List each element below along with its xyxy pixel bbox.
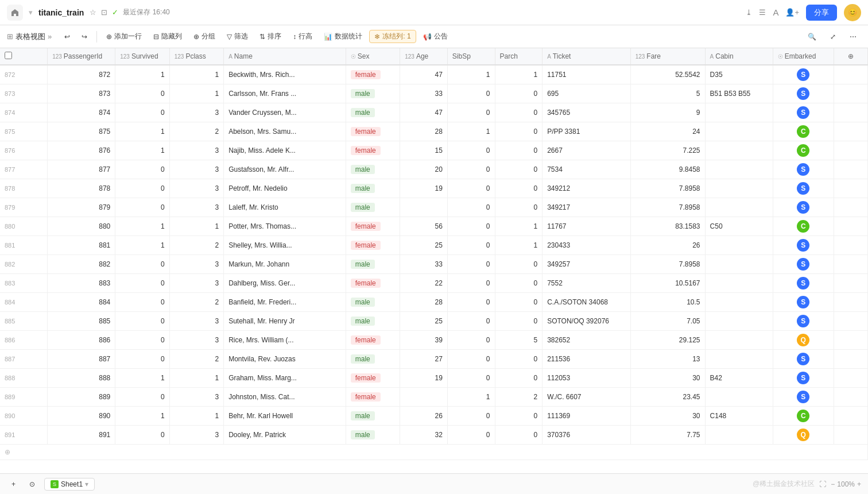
col-header-idx — [0, 48, 48, 65]
search-icon[interactable]: 🔍 — [803, 30, 821, 43]
redo-icon[interactable]: ↪ — [77, 30, 92, 43]
cell-survived: 0 — [115, 255, 169, 274]
table-row: 880 880 1 1 Potter, Mrs. Thomas... femal… — [0, 217, 868, 236]
expand-view-icon[interactable]: ⤢ — [826, 30, 840, 43]
expand-icon[interactable]: » — [48, 32, 52, 41]
group-button[interactable]: ⊕ 分组 — [189, 29, 220, 44]
table-row: 882 882 0 3 Markun, Mr. Johann male 33 0… — [0, 255, 868, 274]
col-header-fare[interactable]: 123Fare — [630, 48, 705, 65]
undo-icon[interactable]: ↩ — [60, 30, 75, 43]
cell-age — [400, 388, 448, 407]
row-index: 880 — [0, 217, 48, 236]
sheet-tab-sheet1[interactable]: S Sheet1 ▾ — [44, 478, 95, 491]
cell-name: Carlsson, Mr. Frans ... — [224, 84, 346, 103]
cell-cabin — [705, 179, 773, 198]
cell-passengerid: 882 — [48, 255, 115, 274]
cell-name: Johnston, Miss. Cat... — [224, 388, 346, 407]
cell-sex: female — [346, 122, 400, 141]
zoom-in-icon[interactable]: + — [857, 480, 861, 488]
table-row: 890 890 1 1 Behr, Mr. Karl Howell male 2… — [0, 407, 868, 426]
table-row: 883 883 0 3 Dahlberg, Miss. Ger... femal… — [0, 274, 868, 293]
cell-add — [834, 103, 867, 122]
cell-parch: 2 — [495, 388, 542, 407]
cell-parch: 0 — [495, 426, 542, 445]
row-index: 886 — [0, 331, 48, 350]
more-icon[interactable]: ⋯ — [845, 30, 861, 43]
cell-sibsp: 1 — [447, 122, 495, 141]
cell-sibsp: 0 — [447, 369, 495, 388]
cell-embarked: S — [773, 255, 834, 274]
cell-ticket: C.A./SOTON 34068 — [542, 293, 631, 312]
cell-embarked: C — [773, 217, 834, 236]
frozen-icon: ❄ — [374, 33, 380, 41]
col-header-name[interactable]: AName — [224, 48, 346, 65]
cell-ticket: 382652 — [542, 331, 631, 350]
frozen-badge[interactable]: ❄ 冻结列: 1 — [369, 30, 416, 43]
avatar[interactable]: 😊 — [844, 4, 861, 21]
row-height-button[interactable]: ↕ 行高 — [288, 29, 317, 44]
cell-pclass: 3 — [169, 179, 223, 198]
cell-ticket: P/PP 3381 — [542, 122, 631, 141]
cell-fare: 9 — [630, 103, 705, 122]
row-index: 876 — [0, 141, 48, 160]
cell-pclass: 3 — [169, 198, 223, 217]
col-header-survived[interactable]: 123Survived — [115, 48, 169, 65]
cell-age: 20 — [400, 160, 448, 179]
table-row: 881 881 1 2 Shelley, Mrs. Willia... fema… — [0, 236, 868, 255]
col-header-parch[interactable]: Parch — [495, 48, 542, 65]
cell-add — [834, 274, 867, 293]
zoom-out-icon[interactable]: − — [831, 480, 835, 488]
cell-sibsp: 0 — [447, 103, 495, 122]
import-icon[interactable]: ⤓ — [746, 8, 752, 17]
menu-icon[interactable]: ☰ — [759, 8, 766, 17]
hide-cols-button[interactable]: ⊟ 隐藏列 — [149, 29, 187, 44]
col-header-cabin[interactable]: ACabin — [705, 48, 773, 65]
cell-sex: female — [346, 331, 400, 350]
cell-name: Potter, Mrs. Thomas... — [224, 217, 346, 236]
add-row-button[interactable]: ⊕ 添加一行 — [102, 29, 146, 44]
fullscreen-icon[interactable]: ⛶ — [819, 480, 826, 488]
add-sheet-button[interactable]: + — [7, 478, 20, 491]
filename-dot: ▾ — [29, 8, 33, 17]
star-icon[interactable]: ☆ — [90, 8, 96, 17]
cell-ticket: 230433 — [542, 236, 631, 255]
cell-pclass: 2 — [169, 236, 223, 255]
cell-pclass: 1 — [169, 369, 223, 388]
col-header-embarked[interactable]: ☉Embarked — [773, 48, 834, 65]
stats-button[interactable]: 📊 数据统计 — [319, 29, 367, 44]
row-index: 889 — [0, 388, 48, 407]
cell-name: Montvila, Rev. Juozas — [224, 350, 346, 369]
filter-button[interactable]: ▽ 筛选 — [222, 29, 253, 44]
row-height-icon: ↕ — [293, 33, 296, 41]
layer-button[interactable]: ⊙ — [25, 478, 40, 491]
cell-embarked: S — [773, 312, 834, 331]
add-user-icon[interactable]: 👤+ — [785, 8, 799, 17]
col-header-sibsp[interactable]: SibSp — [447, 48, 495, 65]
col-header-passengerid[interactable]: 123PassengerId — [48, 48, 115, 65]
home-button[interactable] — [7, 5, 23, 21]
col-header-add[interactable]: ⊕ — [834, 48, 867, 65]
share-button[interactable]: 分享 — [806, 5, 837, 21]
cell-cabin — [705, 331, 773, 350]
cell-sex: male — [346, 198, 400, 217]
cell-embarked: Q — [773, 331, 834, 350]
cell-embarked: C — [773, 122, 834, 141]
copy-icon[interactable]: ⊡ — [101, 8, 107, 17]
add-row-cell[interactable]: ⊕ — [0, 445, 868, 460]
sort-button[interactable]: ⇅ 排序 — [255, 29, 286, 44]
col-header-pclass[interactable]: 123Pclass — [169, 48, 223, 65]
col-header-sex[interactable]: ☉Sex — [346, 48, 400, 65]
select-all-checkbox[interactable] — [5, 52, 12, 59]
cell-passengerid: 881 — [48, 236, 115, 255]
col-header-ticket[interactable]: ATicket — [542, 48, 631, 65]
col-header-age[interactable]: 123Age — [400, 48, 448, 65]
add-row[interactable]: ⊕ — [0, 445, 868, 460]
font-size-icon[interactable]: A — [773, 7, 778, 17]
cell-add — [834, 65, 867, 84]
cell-pclass: 3 — [169, 255, 223, 274]
announcement-icon: 📢 — [423, 33, 432, 41]
cell-sex: male — [346, 179, 400, 198]
announcement-button[interactable]: 📢 公告 — [418, 29, 452, 44]
cell-survived: 0 — [115, 350, 169, 369]
cell-pclass: 1 — [169, 407, 223, 426]
